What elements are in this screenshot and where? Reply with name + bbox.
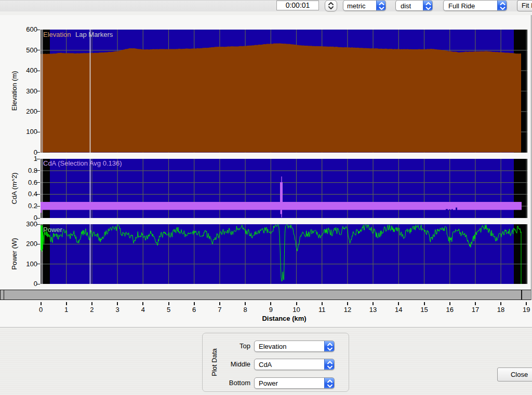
svg-text:CdA (Selection Avg 0.136): CdA (Selection Avg 0.136)	[43, 159, 122, 167]
svg-text:Lap Markers: Lap Markers	[75, 31, 113, 38]
svg-text:Power: Power	[43, 226, 63, 234]
svg-text:Elevation: Elevation	[43, 31, 71, 38]
